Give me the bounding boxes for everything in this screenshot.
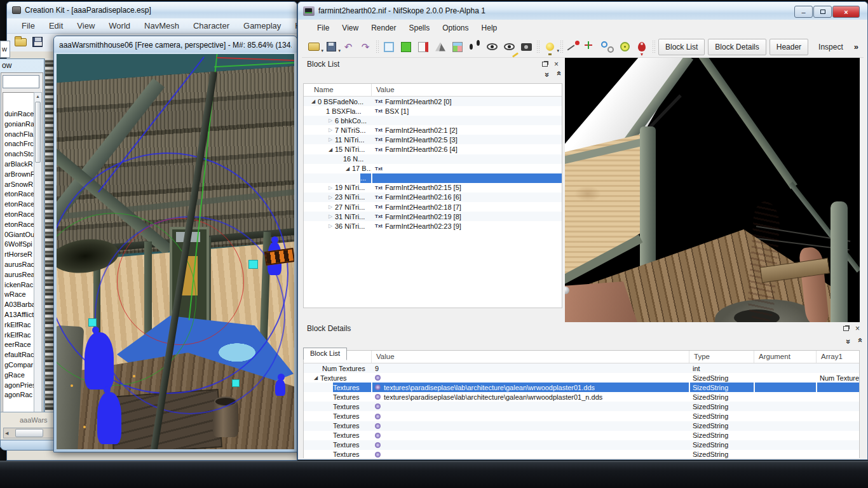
menu-item[interactable]: NavMesh <box>137 21 186 30</box>
race-list-item[interactable]: wRace <box>4 290 34 300</box>
race-list-item[interactable]: gRace <box>4 370 34 381</box>
block-tree-row[interactable]: 15 NiTri... Txt FarmInt2Hearth02:6 [4] <box>304 144 562 154</box>
race-list-item[interactable]: aurusRac <box>4 260 34 270</box>
object-filter-input[interactable] <box>3 75 39 88</box>
column-header-type[interactable]: Type <box>694 353 710 360</box>
race-list-item[interactable]: eerRace <box>4 340 34 350</box>
tree-expander-icon[interactable] <box>326 118 335 123</box>
race-list-item[interactable]: arBlackR <box>4 159 34 170</box>
cyan-marker-cube[interactable] <box>232 379 240 387</box>
visibility-eye-icon[interactable] <box>485 40 499 54</box>
tree-expander-icon[interactable] <box>326 194 335 200</box>
scrollbar-thumb[interactable] <box>15 429 43 437</box>
view-front-icon[interactable] <box>399 40 413 54</box>
details-row[interactable]: Textures textures\paradiseplase\lab\arch… <box>304 383 859 392</box>
lighting-bulb-icon[interactable]: ▾ <box>543 40 557 54</box>
tree-expander-icon[interactable] <box>326 204 335 210</box>
open-file-icon[interactable]: ▾ <box>307 40 321 54</box>
fragment-horizontal-scrollbar[interactable]: ◀ <box>3 428 54 438</box>
race-list-item[interactable]: A03Barba <box>4 300 34 310</box>
race-list-item[interactable]: onachFla <box>4 130 34 140</box>
race-list-item[interactable]: rtHorseR <box>4 250 34 260</box>
race-list-item[interactable]: ickenRac <box>4 280 34 290</box>
column-header-value[interactable]: Value <box>376 86 395 93</box>
view-top-icon[interactable] <box>382 40 396 54</box>
save-icon[interactable]: ▾ <box>324 40 338 54</box>
minimize-button[interactable]: – <box>794 6 813 18</box>
block-tree-row[interactable]: 36 NiTri... Txt FarmInt2Hearth02:23 [9] <box>304 221 562 231</box>
block-tree-row[interactable]: 6 bhkCo... Txt <box>304 116 562 125</box>
float-panel-icon[interactable] <box>843 326 849 331</box>
viewport-titlebar[interactable]: aaaWarsmithhouse06 [Free camera, perspec… <box>54 36 297 53</box>
race-list-item[interactable]: onachStc <box>4 149 34 159</box>
race-list-item[interactable]: rkElfRac <box>4 320 34 330</box>
inspect-toolbar-button[interactable]: Inspect <box>811 39 850 55</box>
float-panel-icon[interactable] <box>542 62 548 67</box>
race-list-item[interactable]: 6WolfSpi <box>4 240 34 250</box>
header-toolbar-button[interactable]: Header <box>770 39 808 55</box>
menu-item[interactable]: Character <box>186 21 236 30</box>
block-tree-row[interactable]: 17 B... Txt <box>304 164 562 173</box>
close-panel-icon[interactable]: × <box>855 325 860 332</box>
menu-item[interactable]: View <box>336 24 365 32</box>
race-list-vertical-scrollbar[interactable]: ▲ ▼ <box>34 92 42 434</box>
race-list-item[interactable]: onachFrc <box>4 139 34 149</box>
details-row[interactable]: Textures textures\paradiseplase\lab\arch… <box>304 392 859 402</box>
cyan-marker-cube[interactable] <box>248 260 258 269</box>
tree-expander-icon[interactable] <box>326 214 335 219</box>
selected-npc-figure[interactable] <box>275 379 285 396</box>
block-tree-row[interactable]: 7 NiTriS... Txt FarmInt2Hearth02:1 [2] <box>304 125 562 135</box>
race-list-item[interactable]: arBrownF <box>4 170 34 180</box>
block-tree-row[interactable]: 19 NiTri... Txt FarmInt2Hearth02:15 [5] <box>304 183 562 193</box>
toolbar-overflow-icon[interactable]: » <box>854 42 858 51</box>
selected-npc-figure[interactable] <box>97 392 121 444</box>
menu-item[interactable]: File <box>15 21 42 30</box>
block-tree-row[interactable]: 0 BSFadeNo... Txt FarmInt2Hearth02 [0] <box>304 97 562 106</box>
race-list-item[interactable]: duinRace <box>4 109 34 119</box>
details-row[interactable]: Textures SizedString <box>304 440 859 450</box>
dock-tab[interactable]: Block List <box>303 348 347 360</box>
nifskope-3d-render-view[interactable] <box>565 58 860 322</box>
tree-expander-icon[interactable] <box>326 127 335 133</box>
tree-expander-icon[interactable] <box>343 166 352 172</box>
collapse-all-icon[interactable]: » <box>855 339 864 342</box>
cyan-marker-cube[interactable] <box>88 318 97 327</box>
menu-item[interactable]: Help <box>475 24 504 32</box>
column-header-argument[interactable]: Argument <box>759 353 790 360</box>
menu-item[interactable]: Render <box>365 24 402 32</box>
save-icon[interactable] <box>32 37 43 47</box>
flip-view-icon[interactable] <box>433 40 447 54</box>
tree-expander-icon[interactable] <box>326 185 335 191</box>
expand-all-icon[interactable]: » <box>844 339 853 342</box>
menu-item[interactable]: Spells <box>403 24 437 32</box>
selected-npc-figure[interactable] <box>85 332 114 390</box>
tree-expander-icon[interactable] <box>326 147 335 152</box>
race-list-item[interactable]: aurusRea <box>4 270 34 280</box>
skeleton-bones-icon[interactable] <box>600 40 614 54</box>
menu-item[interactable]: Options <box>436 24 475 32</box>
details-row[interactable]: Textures SizedString <box>304 402 859 411</box>
tree-expander-icon[interactable] <box>311 375 320 381</box>
perspective-cube-icon[interactable] <box>451 40 465 54</box>
column-header-name[interactable]: Name <box>314 86 334 93</box>
block-tree-row[interactable]: 23 NiTri... Txt FarmInt2Hearth02:16 [6] <box>304 193 562 202</box>
view-side-icon[interactable] <box>416 40 430 54</box>
nifskope-titlebar[interactable]: farmint2hearth02.nif - NifSkope 2.0.0 Pr… <box>298 2 867 20</box>
block-list-toolbar-button[interactable]: Block List <box>658 39 705 55</box>
creation-kit-3d-viewport[interactable] <box>57 54 294 449</box>
race-list-item[interactable]: etonRace <box>4 220 34 230</box>
menu-item[interactable]: Gameplay <box>236 21 288 30</box>
object-window-title[interactable]: ow <box>0 59 44 72</box>
menu-item[interactable]: Edit <box>42 21 70 30</box>
block-tree-row[interactable]: 16 N... Txt <box>304 154 562 164</box>
open-file-icon[interactable] <box>15 38 27 46</box>
menu-item[interactable]: File <box>311 24 336 32</box>
race-list-item[interactable]: agonPries <box>4 381 34 391</box>
scroll-up-icon[interactable]: ▲ <box>34 93 41 100</box>
race-list-item[interactable]: gCompar <box>4 360 34 370</box>
details-row[interactable]: Textures SizedString <box>304 421 859 431</box>
tree-expander-icon[interactable] <box>326 137 335 142</box>
expand-all-icon[interactable]: » <box>543 72 552 76</box>
race-list-item[interactable]: rkElfRac <box>4 330 34 341</box>
race-list-item[interactable]: 0GiantOu <box>4 230 34 240</box>
